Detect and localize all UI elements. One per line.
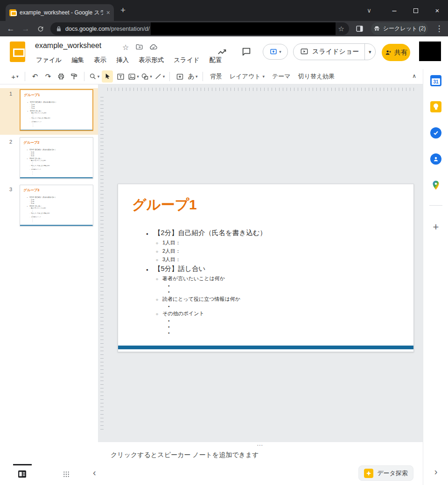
menu-format[interactable]: 表示形式 [135, 55, 167, 65]
side-panel-icon[interactable] [352, 21, 366, 36]
paint-format-button[interactable] [69, 70, 80, 83]
bullet-marker-icon [146, 228, 154, 239]
thumbnail-slide: グループ2 【2分】自己紹介（氏名を書き込む）1人目：2人目：3人目：【5分】話… [20, 138, 93, 179]
menu-slide[interactable]: スライド [170, 55, 203, 65]
notes-placeholder[interactable]: クリックするとスピーカー ノートを追加できます [111, 451, 259, 459]
background-button[interactable]: 背景 [206, 70, 226, 83]
reload-icon[interactable] [34, 21, 48, 36]
slide-thumbnail-2[interactable]: グループ2 【2分】自己紹介（氏名を書き込む）1人目：2人目：3人目：【5分】話… [20, 137, 93, 179]
tab-close-icon[interactable]: × [106, 9, 110, 16]
comment-icon[interactable] [241, 47, 252, 59]
bullet-text: 【5分】話し合い [154, 264, 205, 274]
window-close-button[interactable]: × [427, 0, 448, 21]
browser-menu-icon[interactable]: ⋮ [432, 21, 446, 36]
slide-filmstrip: 1 グループ1 【2分】自己紹介（氏名を書き込む）1人目：2人目：3人目：【5分… [0, 84, 98, 464]
notes-resize-handle[interactable]: ⋯ [257, 441, 264, 449]
undo-button[interactable]: ↶ [29, 70, 41, 83]
input-tools-button[interactable]: あ ▾ [187, 70, 198, 83]
minimize-button[interactable]: – [384, 0, 405, 21]
layout-button[interactable]: レイアウト ▾ [226, 70, 268, 83]
new-slide-button[interactable]: +▾ [9, 70, 21, 83]
slide-thumbnail-1[interactable]: グループ1 【2分】自己紹介（氏名を書き込む）1人目：2人目：3人目：【5分】話… [20, 89, 93, 131]
incognito-badge[interactable]: シークレット (2) [371, 22, 428, 35]
insert-image-button[interactable]: ▾ [128, 70, 139, 83]
menu-insert[interactable]: 挿入 [113, 55, 132, 65]
slide-bullet [168, 318, 406, 324]
bullet-text: 読者にとって役に立つ情報は何か [162, 295, 240, 303]
slide-number: 3 [9, 187, 12, 192]
slide-title[interactable]: グループ1 [132, 195, 197, 215]
slide-thumbnail-3[interactable]: グループ3 【2分】自己紹介（氏名を書き込む）1人目：2人目：3人目：【5分】話… [20, 185, 93, 227]
slideshow-label: スライドショー [312, 48, 359, 56]
slideshow-button[interactable]: スライドショー [294, 44, 364, 60]
present-to-meeting-button[interactable]: ▾ [263, 44, 288, 60]
text-box-icon [117, 73, 125, 81]
select-tool-button[interactable] [102, 70, 113, 83]
collapse-filmstrip-icon[interactable]: ‹ [93, 467, 96, 478]
filmstrip-row-2[interactable]: 2 グループ2 【2分】自己紹介（氏名を書き込む）1人目：2人目：3人目：【5分… [0, 136, 98, 183]
calendar-day: 31 [433, 79, 438, 84]
forward-icon[interactable]: → [19, 21, 33, 36]
menu-file[interactable]: ファイル [33, 55, 65, 65]
grid-view-icon [63, 471, 70, 478]
collapse-side-panel-icon[interactable]: › [423, 466, 448, 477]
slideshow-dropdown-button[interactable]: ▾ [364, 44, 375, 60]
redo-button[interactable]: ↷ [42, 70, 54, 83]
text-box-button[interactable] [115, 70, 126, 83]
star-document-icon[interactable]: ☆ [122, 43, 129, 52]
slide-bullet [168, 304, 406, 310]
grid-view-button[interactable] [63, 471, 70, 480]
insert-line-button[interactable]: ▾ [154, 70, 165, 83]
calendar-icon: 31 [430, 75, 441, 86]
toolbar-divider [203, 72, 203, 81]
tab-search-icon[interactable]: ∨ [358, 0, 380, 21]
menu-edit[interactable]: 編集 [68, 55, 87, 65]
contacts-app-button[interactable] [430, 153, 442, 165]
theme-button[interactable]: テーマ [268, 70, 294, 83]
filmstrip-view-button[interactable] [18, 470, 27, 480]
browser-tab[interactable]: example_worksheet - Google スラ × [6, 4, 114, 21]
tasks-app-button[interactable] [430, 127, 442, 139]
explore-button[interactable]: データ探索 [358, 465, 413, 481]
address-bar[interactable]: docs.google.com /presentation/d/ ☆ [50, 22, 349, 35]
move-folder-icon[interactable] [135, 43, 143, 53]
keep-app-button[interactable] [430, 101, 442, 113]
filmstrip-row-3[interactable]: 3 グループ3 【2分】自己紹介（氏名を書き込む）1人目：2人目：3人目：【5分… [0, 184, 98, 230]
zoom-icon [89, 73, 97, 80]
maximize-button[interactable] [405, 0, 427, 21]
calendar-app-button[interactable]: 31 [430, 75, 442, 87]
speaker-notes-panel[interactable]: ⋯ クリックするとスピーカー ノートを追加できます [98, 442, 423, 464]
slide-body[interactable]: 【2分】自己紹介（氏名を書き込む）1人目：2人目：3人目：【5分】話し合い著者が… [146, 228, 406, 336]
share-button[interactable]: 共有 [382, 44, 410, 61]
slide-bullet [168, 330, 406, 336]
get-addons-button[interactable]: + [430, 221, 442, 233]
bullet-marker-icon [156, 295, 162, 304]
current-slide[interactable]: グループ1 【2分】自己紹介（氏名を書き込む）1人目：2人目：3人目：【5分】話… [118, 184, 414, 352]
bullet-text: 【5分】話し合い [29, 205, 42, 207]
document-title[interactable]: example_worksheet [35, 42, 101, 50]
avatar-redacted[interactable] [419, 42, 441, 61]
print-button[interactable] [56, 70, 67, 83]
maps-app-button[interactable] [430, 179, 442, 191]
transition-button[interactable]: 切り替え効果 [294, 70, 339, 83]
slides-app-icon[interactable] [10, 42, 25, 62]
hide-menus-icon[interactable]: ∧ [412, 73, 416, 79]
insert-placeholder-button[interactable] [174, 70, 185, 83]
slideshow-caret-icon: ▾ [369, 49, 371, 55]
activity-trend-icon[interactable] [217, 47, 227, 59]
slide-bullet: 3人目： [156, 256, 406, 264]
new-tab-button[interactable]: + [120, 5, 126, 15]
bullet-text: 【2分】自己紹介（氏名を書き込む） [29, 101, 57, 103]
slide-canvas[interactable]: グループ1 【2分】自己紹介（氏名を書き込む）1人目：2人目：3人目：【5分】話… [98, 84, 423, 442]
zoom-button[interactable]: ▾ [89, 70, 100, 83]
menu-view[interactable]: 表示 [91, 55, 110, 65]
bullet-text: 読者にとって役に立つ情報は何か [31, 165, 50, 166]
present-caret-icon: ▾ [279, 49, 281, 54]
theme-bar [20, 177, 93, 178]
back-icon[interactable]: ← [4, 21, 18, 36]
bookmark-star-icon[interactable]: ☆ [338, 25, 344, 33]
thumbnail-title: グループ1 [24, 93, 40, 97]
filmstrip-row-1[interactable]: 1 グループ1 【2分】自己紹介（氏名を書き込む）1人目：2人目：3人目：【5分… [0, 88, 98, 135]
insert-shape-button[interactable]: ▾ [141, 70, 152, 83]
cloud-status-icon[interactable] [149, 43, 158, 53]
